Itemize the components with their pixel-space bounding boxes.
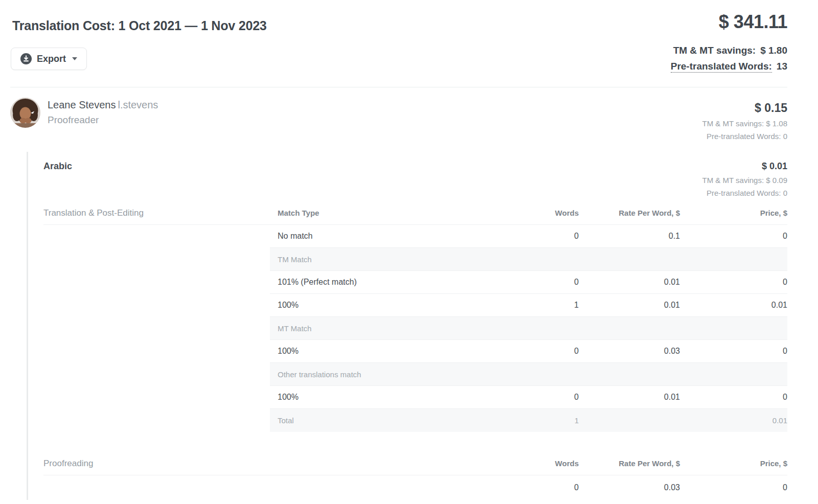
language-cost-summary: $ 0.01 TM & MT savings: $ 0.09 Pre-trans…: [702, 161, 787, 197]
user-meta: Leane Stevensl.stevens Proofreader: [48, 98, 158, 141]
column-header-price: Price, $: [680, 209, 787, 217]
price-cell: 0.01: [680, 301, 787, 310]
rate-cell: 0.03: [579, 483, 680, 492]
rate-cell: 0.01: [579, 301, 680, 310]
report-header: Translation Cost: 1 Oct 2021 — 1 Nov 202…: [10, 0, 787, 72]
table-row: 0 0.03 0: [43, 475, 787, 500]
language-header: Arabic $ 0.01 TM & MT savings: $ 0.09 Pr…: [43, 152, 787, 197]
user-name-line: Leane Stevensl.stevens: [48, 99, 158, 111]
words-cell: 0: [517, 278, 579, 287]
user-cost-summary: $ 0.15 TM & MT savings: $ 1.08 Pre-trans…: [702, 98, 787, 141]
match-type-cell: Other translations match: [270, 370, 787, 379]
translation-cost-report: Translation Cost: 1 Oct 2021 — 1 Nov 202…: [0, 0, 818, 500]
rate-cell: 0.01: [579, 278, 680, 287]
proofreading-table: Proofreading Words Rate Per Word, $ Pric…: [43, 452, 787, 500]
language-name: Arabic: [43, 161, 72, 197]
total-cost: $ 341.11: [671, 11, 787, 33]
rate-cell: 0.01: [579, 393, 680, 402]
column-header-words: Words: [517, 209, 579, 217]
words-cell: 1: [517, 301, 579, 310]
table-row: TM Match: [270, 248, 787, 271]
price-cell: 0: [680, 232, 787, 241]
table-row: No match 0 0.1 0: [270, 225, 787, 248]
match-type-cell: MT Match: [270, 324, 787, 333]
export-button[interactable]: Export: [11, 48, 87, 70]
match-type-cell: TM Match: [270, 255, 787, 264]
table-row: 100% 0 0.01 0: [270, 386, 787, 409]
user-role: Proofreader: [48, 114, 158, 126]
price-cell: 0: [680, 347, 787, 356]
tm-mt-savings-label: TM & MT savings:: [673, 45, 756, 56]
translation-post-editing-table: Translation & Post-Editing Match Type Wo…: [43, 201, 787, 432]
download-icon: [20, 53, 32, 64]
translation-table-body: No match 0 0.1 0 TM Match 101% (Perfect …: [43, 225, 787, 432]
report-totals: $ 341.11 TM & MT savings:$ 1.80 Pre-tran…: [671, 0, 787, 72]
table-row: Other translations match: [270, 363, 787, 386]
words-cell: 0: [517, 483, 579, 492]
user-identity: Leane Stevensl.stevens Proofreader: [10, 98, 158, 141]
table-row: Total 1 0.01: [270, 409, 787, 432]
table-row: 100% 0 0.03 0: [270, 340, 787, 363]
price-cell: 0: [680, 483, 787, 492]
total-tm-mt-savings: TM & MT savings:$ 1.80: [671, 45, 787, 56]
translation-table-header: Translation & Post-Editing Match Type Wo…: [43, 201, 787, 225]
rate-cell: 0.03: [579, 347, 680, 356]
report-header-left: Translation Cost: 1 Oct 2021 — 1 Nov 202…: [10, 0, 267, 70]
proofreading-table-body: 0 0.03 0: [43, 475, 787, 500]
language-tm-mt-savings: TM & MT savings: $ 0.09: [702, 176, 787, 185]
user-full-name: Leane Stevens: [48, 99, 116, 110]
pretranslated-words-label[interactable]: Pre-translated Words:: [671, 61, 772, 73]
table-row: 101% (Perfect match) 0 0.01 0: [270, 271, 787, 294]
user-tm-mt-savings: TM & MT savings: $ 1.08: [702, 119, 787, 128]
column-header-rate: Rate Per Word, $: [579, 459, 680, 468]
column-header-price: Price, $: [680, 459, 787, 468]
language-price: $ 0.01: [702, 161, 787, 172]
language-pretranslated-words: Pre-translated Words: 0: [702, 189, 787, 197]
price-cell: 0.01: [680, 416, 787, 425]
match-type-cell: 101% (Perfect match): [270, 278, 517, 287]
words-cell: 0: [517, 232, 579, 241]
tm-mt-savings-value: $ 1.80: [760, 45, 787, 56]
table-row: MT Match: [270, 317, 787, 340]
section-label-proofreading: Proofreading: [43, 459, 517, 469]
export-button-label: Export: [37, 54, 66, 64]
chevron-down-icon: [72, 57, 77, 60]
match-type-cell: 100%: [270, 347, 517, 356]
pretranslated-words-value: 13: [777, 61, 787, 72]
words-cell: 1: [517, 416, 579, 425]
price-cell: 0: [680, 278, 787, 287]
match-type-cell: 100%: [270, 393, 517, 402]
words-cell: 0: [517, 347, 579, 356]
avatar: [10, 98, 40, 128]
user-login: l.stevens: [118, 99, 158, 110]
column-header-words: Words: [517, 459, 579, 468]
section-label-translation: Translation & Post-Editing: [43, 208, 270, 218]
column-header-match-type: Match Type: [270, 209, 517, 217]
table-row: 100% 1 0.01 0.01: [270, 294, 787, 317]
match-type-cell: 100%: [270, 301, 517, 310]
page-title: Translation Cost: 1 Oct 2021 — 1 Nov 202…: [12, 18, 267, 33]
column-header-rate: Rate Per Word, $: [579, 209, 680, 217]
match-type-cell: Total: [270, 416, 517, 425]
total-pretranslated-words: Pre-translated Words:13: [671, 61, 787, 72]
user-pretranslated-words: Pre-translated Words: 0: [702, 132, 787, 141]
language-section-arabic: Arabic $ 0.01 TM & MT savings: $ 0.09 Pr…: [27, 152, 787, 500]
proofreading-table-header: Proofreading Words Rate Per Word, $ Pric…: [43, 452, 787, 475]
match-type-cell: No match: [270, 232, 517, 241]
user-price: $ 0.15: [702, 101, 787, 115]
price-cell: 0: [680, 393, 787, 402]
rate-cell: 0.1: [579, 232, 680, 241]
words-cell: 0: [517, 393, 579, 402]
user-summary: Leane Stevensl.stevens Proofreader $ 0.1…: [10, 87, 787, 141]
